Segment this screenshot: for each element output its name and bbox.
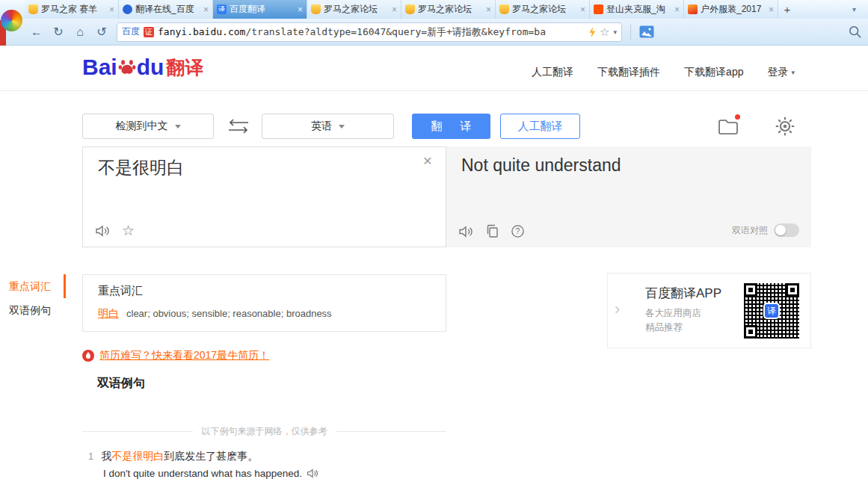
url-host: fanyi.baidu.com [158,26,245,37]
tab-close-icon[interactable]: × [203,4,209,15]
tab-title: 罗马之家 赛羊 [41,3,107,16]
qr-center-logo: 译 [763,303,780,319]
target-language-select[interactable]: 英语 [262,114,394,139]
speaker-icon[interactable] [458,225,473,238]
speaker-icon[interactable] [95,224,110,238]
app-card-line1: 各大应用商店 [645,307,701,320]
collapse-chevron-icon[interactable]: › [615,300,620,319]
browser-tab-3-active[interactable]: 译 百度翻译 × [213,0,307,19]
tab-title: 登山夹克服_淘 [606,3,672,16]
resume-ad-link[interactable]: 简历难写？快来看看2017最牛简历！ [99,349,269,362]
search-icon[interactable] [849,25,862,39]
settings-gear-icon[interactable] [775,116,795,137]
nav-human-translate[interactable]: 人工翻译 [532,66,573,79]
notification-dot [735,114,740,120]
qr-finder-pattern [744,325,757,339]
logo-text: du [137,55,164,80]
browser-tab-2[interactable]: 翻译在线_百度 × [119,0,213,19]
example-chinese-row: 1 我不是很明白到底发生了甚麽事。 [88,450,318,463]
lightning-icon[interactable] [588,26,596,38]
target-language-label: 英语 [311,120,332,133]
tab-title: 罗马之家论坛 [512,3,578,16]
tab-close-icon[interactable]: × [674,4,680,15]
screenshot-image-icon[interactable] [639,25,654,38]
app-card-line2: 精品推荐 [645,321,683,334]
browser-tab-1[interactable]: 罗马之家 赛羊 × [25,0,119,19]
source-text[interactable]: 不是很明白 [98,156,184,179]
browser-tab-8[interactable]: 户外服装_2017 × [684,0,778,19]
favorite-star-icon[interactable]: ☆ [122,223,135,238]
source-text-panel[interactable]: 不是很明白 × ☆ [82,146,446,247]
toolbar-divider [630,25,631,40]
app-card-title: 百度翻译APP [645,285,721,302]
zh-prefix: 我 [101,450,111,462]
tab-close-icon[interactable]: × [769,4,774,15]
sidebar-item-examples[interactable]: 双语例句 [9,298,66,322]
cert-badge: 证 [144,27,154,37]
source-language-label: 检测到中文 [116,120,168,133]
nav-download-app[interactable]: 下载翻译app [684,66,743,79]
tab-close-icon[interactable]: × [580,4,585,15]
help-question-icon[interactable]: ? [511,224,525,238]
browser-tab-7[interactable]: 登山夹克服_淘 × [590,0,684,19]
url-path: /translate?aldtype=16047&query=新手+请指教&ke… [245,26,546,37]
browser-logo-icon[interactable] [1,10,22,31]
browser-tab-4[interactable]: 罗马之家论坛 × [307,0,401,19]
back-icon[interactable]: ← [30,26,43,38]
url-field[interactable]: 百度 证 fanyi.baidu.com/translate?aldtype=1… [117,22,622,42]
result-panel: Not quite understand ? 双语对照 [446,146,811,247]
sidebar-item-keywords[interactable]: 重点词汇 [9,274,66,298]
nav-login-label: 登录 [767,66,788,79]
swap-languages-icon[interactable] [226,119,251,134]
tab-title: 罗马之家论坛 [418,3,484,16]
refresh-icon[interactable]: ↻ [52,26,65,38]
history-icon[interactable]: ↺ [95,26,108,38]
trophy-favicon-icon [311,4,321,14]
result-text: Not quite understand [461,155,621,176]
tab-list-icon[interactable]: ▾ [852,5,856,13]
chevron-down-icon: ▾ [791,69,795,76]
bilingual-toggle[interactable] [774,223,799,237]
tab-close-icon[interactable]: × [109,4,114,15]
example-english-row: I don't quite understand what has happen… [103,468,318,479]
qr-finder-pattern [786,283,799,297]
baidu-translate-logo[interactable]: Bai du 翻译 [82,55,203,80]
screen: 罗马之家 赛羊 × 翻译在线_百度 × 译 百度翻译 × 罗马之家论坛 × 罗马… [0,0,868,482]
example-english-text: I don't quite understand what has happen… [103,468,302,479]
home-icon[interactable]: ⌂ [73,26,87,38]
clear-input-icon[interactable]: × [423,152,432,170]
source-language-select[interactable]: 检测到中文 [82,114,214,139]
tab-title: 户外服装_2017 [701,3,766,16]
tab-close-icon[interactable]: × [392,4,397,15]
copy-icon[interactable] [485,224,499,238]
new-tab-button[interactable]: + [778,0,796,19]
tab-close-icon[interactable]: × [298,4,303,15]
trophy-favicon-icon [405,4,415,14]
baidu-translate-page: Bai du 翻译 人工翻译 下载翻译插件 下载翻译app 登录▾ [0,46,868,482]
nav-login[interactable]: 登录▾ [767,66,795,79]
chevron-down-icon [339,125,345,132]
divider-line [336,431,447,432]
human-translate-button[interactable]: 人工翻译 [500,114,580,139]
tab-close-icon[interactable]: × [486,4,491,15]
example-index: 1 [88,451,93,462]
ad-row: 简历难写？快来看看2017最牛简历！ [82,349,269,362]
translate-button[interactable]: 翻 译 [412,114,490,139]
keywords-card: 重点词汇 明白clear; obvious; sensible; reasona… [82,274,446,332]
examples-source-note: 以下例句来源于网络，仅供参考 [82,425,446,438]
url-dropdown-icon[interactable]: ▾ [613,28,617,36]
nav-download-plugin[interactable]: 下载翻译插件 [597,66,660,79]
tab-title: 罗马之家论坛 [324,3,390,16]
browser-tab-5[interactable]: 罗马之家论坛 × [401,0,496,19]
url-text: fanyi.baidu.com/translate?aldtype=16047&… [158,25,584,39]
paw-favicon-icon [123,4,132,14]
speaker-icon[interactable] [307,468,318,479]
keywords-card-title: 重点词汇 [98,284,143,298]
browser-tab-6[interactable]: 罗马之家论坛 × [496,0,590,19]
bilingual-compare-control: 双语对照 [732,223,799,237]
saved-translations-folder-icon[interactable] [718,117,740,137]
keyword-link[interactable]: 明白 [98,307,119,319]
site-nav: 人工翻译 下载翻译插件 下载翻译app 登录▾ [532,66,795,79]
bookmark-star-icon[interactable]: ☆ [600,25,609,39]
trophy-favicon-icon [499,4,509,14]
